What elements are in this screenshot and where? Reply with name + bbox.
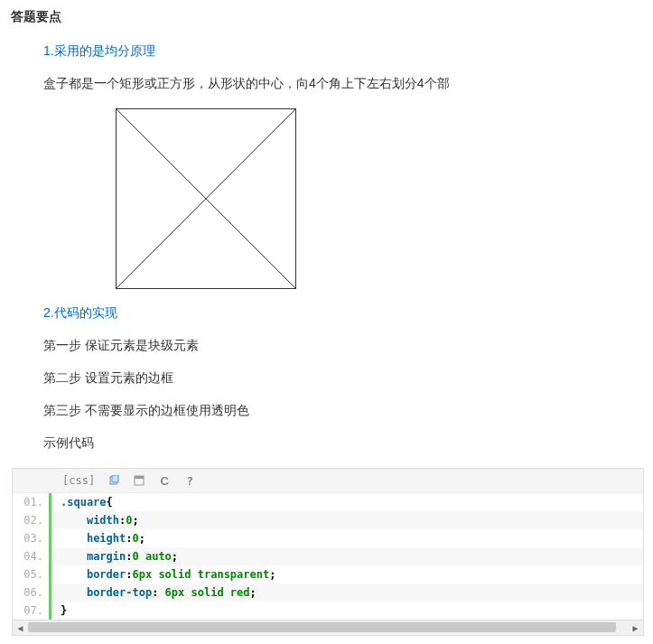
- line-text: .square{: [51, 493, 643, 511]
- step-2: 第二步 设置元素的边框: [43, 370, 644, 387]
- line-number: 07.: [13, 602, 49, 620]
- square-diagonals-diagram: [116, 108, 644, 289]
- code-line: 06. border-top: 6px solid red;: [13, 583, 643, 602]
- line-number: 01.: [13, 493, 49, 511]
- open-icon[interactable]: [133, 474, 145, 487]
- scroll-track[interactable]: [28, 621, 628, 635]
- code-line: 01..square{: [13, 493, 643, 511]
- code-line: 02. width:0;: [13, 511, 643, 529]
- page-title: 答题要点: [0, 9, 653, 25]
- step-1: 第一步 保证元素是块级元素: [43, 338, 644, 354]
- step-3: 第三步 不需要显示的边框使用透明色: [43, 403, 644, 419]
- section-1-heading: 1.采用的是均分原理: [43, 43, 644, 60]
- code-block: [css] C ? 01..square{02. width:0;03. hei…: [12, 468, 644, 621]
- line-number: 04.: [13, 547, 49, 565]
- scroll-thumb[interactable]: [28, 622, 616, 632]
- undo-icon[interactable]: C: [158, 474, 171, 487]
- line-text: width:0;: [51, 511, 643, 529]
- section-2-heading: 2.代码的实现: [43, 305, 644, 322]
- line-text: border:6px solid transparent;: [51, 565, 643, 583]
- line-number: 02.: [13, 511, 49, 529]
- copy-icon[interactable]: [107, 474, 120, 487]
- line-text: border-top: 6px solid red;: [51, 583, 643, 602]
- code-line: 03. height:0;: [13, 529, 643, 547]
- line-number: 05.: [13, 565, 49, 583]
- horizontal-scrollbar[interactable]: ◄ ►: [12, 621, 644, 636]
- code-language-label: [css]: [62, 474, 95, 487]
- line-number: 03.: [13, 529, 49, 547]
- code-line: 05. border:6px solid transparent;: [13, 565, 643, 583]
- line-text: height:0;: [51, 529, 643, 547]
- line-number: 06.: [13, 583, 49, 602]
- code-line: 04. margin:0 auto;: [13, 547, 643, 565]
- svg-rect-5: [135, 476, 144, 479]
- line-text: }: [51, 602, 643, 620]
- section-1-desc: 盒子都是一个矩形或正方形，从形状的中心，向4个角上下左右划分4个部: [43, 76, 644, 92]
- code-line: 07.}: [13, 602, 643, 620]
- example-label: 示例代码: [43, 435, 644, 452]
- scroll-right-button[interactable]: ►: [628, 621, 643, 635]
- svg-rect-3: [112, 475, 118, 482]
- code-lines: 01..square{02. width:0;03. height:0;04. …: [13, 493, 643, 620]
- help-icon[interactable]: ?: [183, 474, 196, 487]
- code-toolbar: [css] C ?: [13, 469, 643, 493]
- line-text: margin:0 auto;: [51, 547, 643, 565]
- scroll-left-button[interactable]: ◄: [13, 621, 28, 635]
